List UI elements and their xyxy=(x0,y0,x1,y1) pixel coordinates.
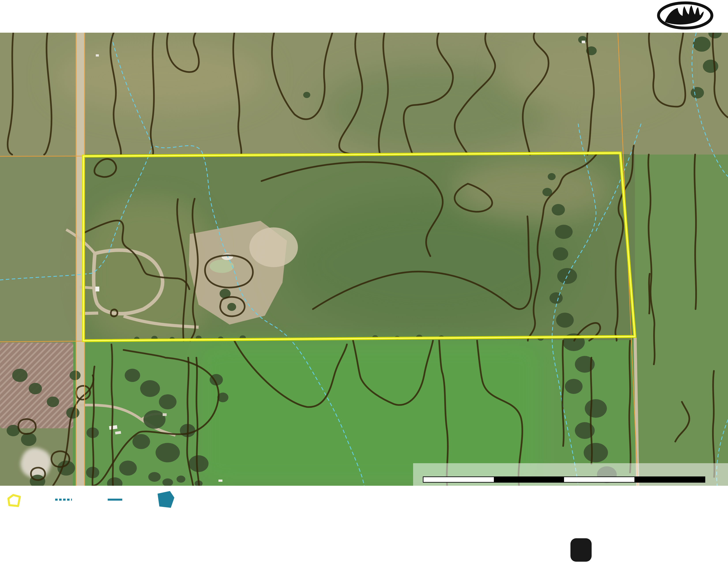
terrain-green-fields-south xyxy=(73,340,728,486)
stream-lines xyxy=(0,33,728,486)
property-boundary xyxy=(83,153,635,341)
contour-lines xyxy=(8,33,728,486)
dirt-and-roads xyxy=(66,33,638,486)
terrain-plowed-field xyxy=(0,343,73,428)
water-body-legend-icon xyxy=(157,491,175,509)
terrain-pasture-top xyxy=(0,33,728,156)
farm-buildings xyxy=(95,41,585,482)
stream-intermittent-legend-icon xyxy=(55,499,72,501)
map-overlay-graphics xyxy=(0,33,728,486)
tree-cover xyxy=(7,33,722,486)
aerial-topo-map xyxy=(0,33,728,486)
scale-bar-segments xyxy=(423,477,705,483)
scale-tick-labels xyxy=(413,463,728,476)
terrain-cropland-inside-boundary xyxy=(83,154,635,341)
land-id-logo xyxy=(570,538,592,562)
map-labels-layer xyxy=(0,33,728,486)
section-lines xyxy=(0,33,638,486)
river-creek-legend-icon xyxy=(108,499,122,501)
property-map-report xyxy=(0,0,728,563)
boundary-legend-icon xyxy=(6,494,22,508)
terrain-sand-patch xyxy=(17,444,55,482)
scale-bar xyxy=(413,463,728,486)
road-10th-rd xyxy=(76,33,85,486)
quarry-pond xyxy=(210,259,234,273)
map-legend xyxy=(0,486,728,514)
terrain-fields-east xyxy=(635,154,728,486)
whitetail-properties-antler-logo-icon xyxy=(657,1,714,30)
